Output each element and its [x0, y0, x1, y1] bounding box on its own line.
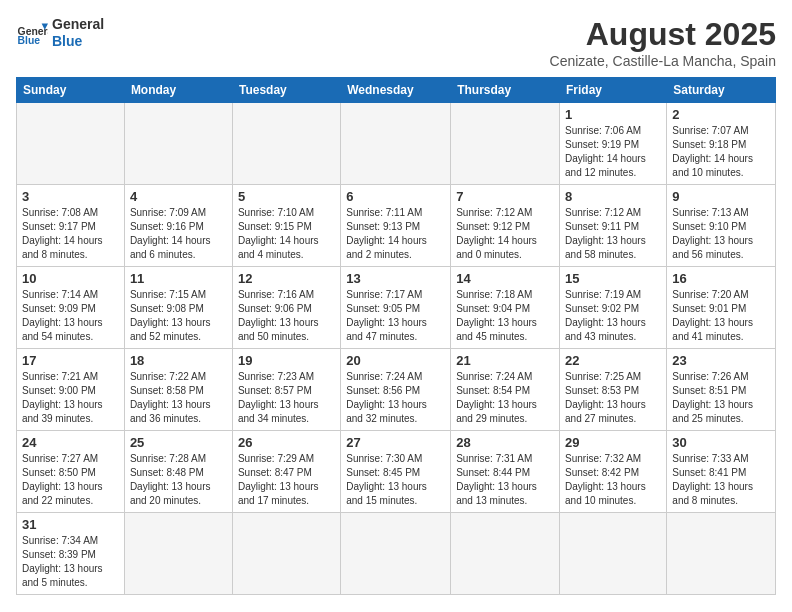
day-number: 29 [565, 435, 661, 450]
svg-text:Blue: Blue [18, 35, 41, 46]
calendar-cell: 3Sunrise: 7:08 AM Sunset: 9:17 PM Daylig… [17, 185, 125, 267]
day-info: Sunrise: 7:25 AM Sunset: 8:53 PM Dayligh… [565, 370, 661, 426]
calendar-cell: 16Sunrise: 7:20 AM Sunset: 9:01 PM Dayli… [667, 267, 776, 349]
day-info: Sunrise: 7:24 AM Sunset: 8:54 PM Dayligh… [456, 370, 554, 426]
day-info: Sunrise: 7:08 AM Sunset: 9:17 PM Dayligh… [22, 206, 119, 262]
day-number: 31 [22, 517, 119, 532]
day-info: Sunrise: 7:27 AM Sunset: 8:50 PM Dayligh… [22, 452, 119, 508]
day-number: 2 [672, 107, 770, 122]
day-info: Sunrise: 7:22 AM Sunset: 8:58 PM Dayligh… [130, 370, 227, 426]
day-number: 15 [565, 271, 661, 286]
calendar-cell: 31Sunrise: 7:34 AM Sunset: 8:39 PM Dayli… [17, 513, 125, 595]
logo-icon: General Blue [16, 17, 48, 49]
calendar-cell [232, 513, 340, 595]
calendar-cell: 6Sunrise: 7:11 AM Sunset: 9:13 PM Daylig… [341, 185, 451, 267]
day-number: 3 [22, 189, 119, 204]
calendar-cell: 1Sunrise: 7:06 AM Sunset: 9:19 PM Daylig… [560, 103, 667, 185]
day-info: Sunrise: 7:14 AM Sunset: 9:09 PM Dayligh… [22, 288, 119, 344]
day-info: Sunrise: 7:33 AM Sunset: 8:41 PM Dayligh… [672, 452, 770, 508]
weekday-header-friday: Friday [560, 78, 667, 103]
calendar-table: SundayMondayTuesdayWednesdayThursdayFrid… [16, 77, 776, 595]
day-number: 12 [238, 271, 335, 286]
calendar-cell: 30Sunrise: 7:33 AM Sunset: 8:41 PM Dayli… [667, 431, 776, 513]
day-number: 27 [346, 435, 445, 450]
day-number: 28 [456, 435, 554, 450]
calendar-cell [17, 103, 125, 185]
logo-general-text: General [52, 16, 104, 33]
calendar-cell: 7Sunrise: 7:12 AM Sunset: 9:12 PM Daylig… [451, 185, 560, 267]
day-number: 19 [238, 353, 335, 368]
day-number: 18 [130, 353, 227, 368]
day-number: 13 [346, 271, 445, 286]
day-info: Sunrise: 7:12 AM Sunset: 9:11 PM Dayligh… [565, 206, 661, 262]
calendar-cell: 14Sunrise: 7:18 AM Sunset: 9:04 PM Dayli… [451, 267, 560, 349]
calendar-cell: 12Sunrise: 7:16 AM Sunset: 9:06 PM Dayli… [232, 267, 340, 349]
calendar-cell: 15Sunrise: 7:19 AM Sunset: 9:02 PM Dayli… [560, 267, 667, 349]
calendar-cell [124, 103, 232, 185]
weekday-header-thursday: Thursday [451, 78, 560, 103]
calendar-cell [232, 103, 340, 185]
calendar-cell [560, 513, 667, 595]
calendar-week-row: 17Sunrise: 7:21 AM Sunset: 9:00 PM Dayli… [17, 349, 776, 431]
logo-blue-text: Blue [52, 33, 104, 50]
day-number: 11 [130, 271, 227, 286]
weekday-header-tuesday: Tuesday [232, 78, 340, 103]
calendar-week-row: 31Sunrise: 7:34 AM Sunset: 8:39 PM Dayli… [17, 513, 776, 595]
day-number: 17 [22, 353, 119, 368]
calendar-cell: 25Sunrise: 7:28 AM Sunset: 8:48 PM Dayli… [124, 431, 232, 513]
day-info: Sunrise: 7:28 AM Sunset: 8:48 PM Dayligh… [130, 452, 227, 508]
calendar-cell: 10Sunrise: 7:14 AM Sunset: 9:09 PM Dayli… [17, 267, 125, 349]
day-info: Sunrise: 7:26 AM Sunset: 8:51 PM Dayligh… [672, 370, 770, 426]
weekday-header-monday: Monday [124, 78, 232, 103]
calendar-cell: 29Sunrise: 7:32 AM Sunset: 8:42 PM Dayli… [560, 431, 667, 513]
calendar-cell: 2Sunrise: 7:07 AM Sunset: 9:18 PM Daylig… [667, 103, 776, 185]
calendar-cell: 21Sunrise: 7:24 AM Sunset: 8:54 PM Dayli… [451, 349, 560, 431]
calendar-cell: 20Sunrise: 7:24 AM Sunset: 8:56 PM Dayli… [341, 349, 451, 431]
calendar-cell: 8Sunrise: 7:12 AM Sunset: 9:11 PM Daylig… [560, 185, 667, 267]
calendar-cell [124, 513, 232, 595]
calendar-cell: 24Sunrise: 7:27 AM Sunset: 8:50 PM Dayli… [17, 431, 125, 513]
weekday-header-saturday: Saturday [667, 78, 776, 103]
day-info: Sunrise: 7:13 AM Sunset: 9:10 PM Dayligh… [672, 206, 770, 262]
calendar-cell [451, 103, 560, 185]
day-number: 22 [565, 353, 661, 368]
day-info: Sunrise: 7:06 AM Sunset: 9:19 PM Dayligh… [565, 124, 661, 180]
day-info: Sunrise: 7:31 AM Sunset: 8:44 PM Dayligh… [456, 452, 554, 508]
day-number: 20 [346, 353, 445, 368]
day-info: Sunrise: 7:18 AM Sunset: 9:04 PM Dayligh… [456, 288, 554, 344]
calendar-cell: 18Sunrise: 7:22 AM Sunset: 8:58 PM Dayli… [124, 349, 232, 431]
calendar-week-row: 3Sunrise: 7:08 AM Sunset: 9:17 PM Daylig… [17, 185, 776, 267]
day-info: Sunrise: 7:23 AM Sunset: 8:57 PM Dayligh… [238, 370, 335, 426]
day-number: 5 [238, 189, 335, 204]
day-info: Sunrise: 7:07 AM Sunset: 9:18 PM Dayligh… [672, 124, 770, 180]
day-number: 6 [346, 189, 445, 204]
day-info: Sunrise: 7:34 AM Sunset: 8:39 PM Dayligh… [22, 534, 119, 590]
day-info: Sunrise: 7:12 AM Sunset: 9:12 PM Dayligh… [456, 206, 554, 262]
calendar-title-area: August 2025 Cenizate, Castille-La Mancha… [550, 16, 776, 69]
day-info: Sunrise: 7:09 AM Sunset: 9:16 PM Dayligh… [130, 206, 227, 262]
calendar-cell: 13Sunrise: 7:17 AM Sunset: 9:05 PM Dayli… [341, 267, 451, 349]
calendar-cell: 17Sunrise: 7:21 AM Sunset: 9:00 PM Dayli… [17, 349, 125, 431]
day-number: 1 [565, 107, 661, 122]
day-number: 25 [130, 435, 227, 450]
calendar-cell: 28Sunrise: 7:31 AM Sunset: 8:44 PM Dayli… [451, 431, 560, 513]
day-info: Sunrise: 7:24 AM Sunset: 8:56 PM Dayligh… [346, 370, 445, 426]
page-header: General Blue General Blue August 2025 Ce… [16, 16, 776, 69]
calendar-cell [341, 103, 451, 185]
calendar-week-row: 24Sunrise: 7:27 AM Sunset: 8:50 PM Dayli… [17, 431, 776, 513]
day-info: Sunrise: 7:30 AM Sunset: 8:45 PM Dayligh… [346, 452, 445, 508]
weekday-header-sunday: Sunday [17, 78, 125, 103]
calendar-cell: 22Sunrise: 7:25 AM Sunset: 8:53 PM Dayli… [560, 349, 667, 431]
day-info: Sunrise: 7:29 AM Sunset: 8:47 PM Dayligh… [238, 452, 335, 508]
day-info: Sunrise: 7:20 AM Sunset: 9:01 PM Dayligh… [672, 288, 770, 344]
calendar-cell: 5Sunrise: 7:10 AM Sunset: 9:15 PM Daylig… [232, 185, 340, 267]
day-number: 30 [672, 435, 770, 450]
day-info: Sunrise: 7:16 AM Sunset: 9:06 PM Dayligh… [238, 288, 335, 344]
day-number: 16 [672, 271, 770, 286]
month-title: August 2025 [550, 16, 776, 53]
calendar-cell: 23Sunrise: 7:26 AM Sunset: 8:51 PM Dayli… [667, 349, 776, 431]
day-number: 7 [456, 189, 554, 204]
day-number: 8 [565, 189, 661, 204]
day-info: Sunrise: 7:15 AM Sunset: 9:08 PM Dayligh… [130, 288, 227, 344]
day-number: 24 [22, 435, 119, 450]
